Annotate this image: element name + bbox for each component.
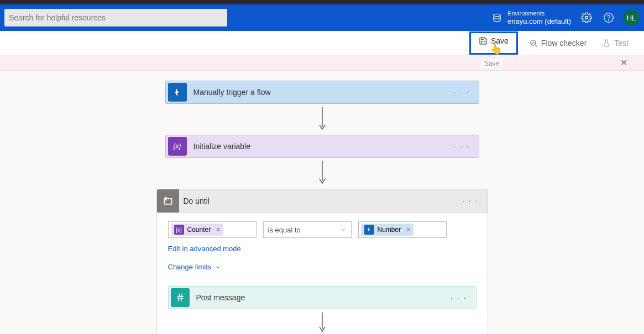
avatar[interactable]: HL — [623, 9, 640, 26]
init-variable-card[interactable]: {x} Initialize variable · · · — [165, 135, 479, 158]
svg-line-11 — [181, 294, 182, 301]
do-until-title: Do until — [179, 197, 454, 205]
flow-checker-button[interactable]: Flow checker — [525, 35, 591, 51]
trigger-title: Manually trigger a flow — [189, 88, 445, 97]
operator-dropdown[interactable]: is equal to — [263, 221, 352, 238]
help-button[interactable] — [598, 4, 620, 31]
hash-icon — [171, 288, 190, 307]
divider — [157, 278, 488, 278]
svg-point-3 — [609, 20, 609, 20]
close-icon[interactable]: ✕ — [620, 57, 627, 68]
chevron-down-icon — [340, 226, 347, 233]
token-label: Number — [378, 226, 401, 234]
variable-icon: {x} — [174, 225, 184, 235]
settings-button[interactable] — [575, 4, 598, 31]
svg-point-2 — [604, 13, 614, 23]
test-button[interactable]: Test — [598, 35, 633, 51]
do-until-header[interactable]: Do until · · · — [157, 189, 488, 213]
gear-icon — [581, 12, 592, 23]
connector-arrow — [318, 158, 327, 189]
card-menu[interactable]: · · · — [442, 293, 475, 302]
init-variable-title: Initialize variable — [189, 142, 445, 151]
trigger-icon — [364, 225, 374, 235]
env-name: enayu.com (default) — [507, 17, 571, 26]
connector-arrow — [318, 104, 327, 135]
do-until-card[interactable]: Do until · · · {x} Counter × is equal to — [156, 189, 488, 334]
svg-point-1 — [585, 17, 588, 19]
save-icon — [479, 36, 488, 45]
condition-right-input[interactable]: Number × — [358, 221, 447, 238]
number-token[interactable]: Number × — [361, 224, 414, 236]
app-header: Environments enayu.com (default) HL — [0, 4, 644, 31]
flow-checker-label: Flow checker — [541, 39, 587, 47]
counter-token[interactable]: {x} Counter × — [171, 224, 224, 236]
post-message-title: Post message — [192, 293, 442, 302]
change-limits-label: Change limits — [168, 263, 212, 271]
advanced-mode-link[interactable]: Edit in advanced mode — [168, 238, 477, 256]
svg-point-0 — [494, 14, 500, 17]
card-menu[interactable]: · · · — [444, 88, 478, 97]
flow-canvas: Manually trigger a flow · · · {x} Initia… — [0, 71, 644, 334]
search-input[interactable] — [4, 9, 227, 26]
environment-selector[interactable]: Environments enayu.com (default) — [488, 10, 575, 26]
operator-label: is equal to — [268, 226, 301, 234]
change-limits-link[interactable]: Change limits — [168, 256, 477, 274]
remove-token-icon[interactable]: × — [404, 226, 410, 234]
flask-icon — [602, 39, 611, 47]
condition-row: {x} Counter × is equal to Number — [168, 221, 477, 238]
trigger-card[interactable]: Manually trigger a flow · · · — [165, 81, 479, 104]
svg-line-10 — [179, 294, 180, 301]
variable-icon: {x} — [168, 137, 187, 156]
post-message-card[interactable]: Post message · · · — [168, 286, 477, 309]
cursor-pointer-icon: 👆 — [490, 43, 502, 55]
save-tooltip: Save — [481, 59, 502, 68]
checker-icon — [529, 39, 538, 47]
help-icon — [603, 12, 614, 23]
trigger-icon — [168, 83, 187, 102]
card-menu[interactable]: · · · — [453, 197, 487, 205]
save-button[interactable]: Save 👆 Save — [469, 31, 518, 55]
remove-token-icon[interactable]: × — [214, 226, 220, 234]
condition-left-input[interactable]: {x} Counter × — [168, 221, 256, 238]
notification-bar: ✕ — [0, 55, 644, 71]
card-menu[interactable]: · · · — [444, 142, 478, 151]
connector-arrow — [168, 309, 477, 334]
loop-icon — [157, 189, 179, 213]
chevron-down-icon — [214, 264, 221, 271]
editor-toolbar: Save 👆 Save Flow checker Test — [0, 31, 644, 55]
browser-chrome-bar — [0, 0, 644, 4]
database-icon — [492, 13, 502, 23]
env-label: Environments — [507, 10, 571, 17]
test-label: Test — [614, 39, 629, 47]
token-label: Counter — [187, 226, 211, 234]
